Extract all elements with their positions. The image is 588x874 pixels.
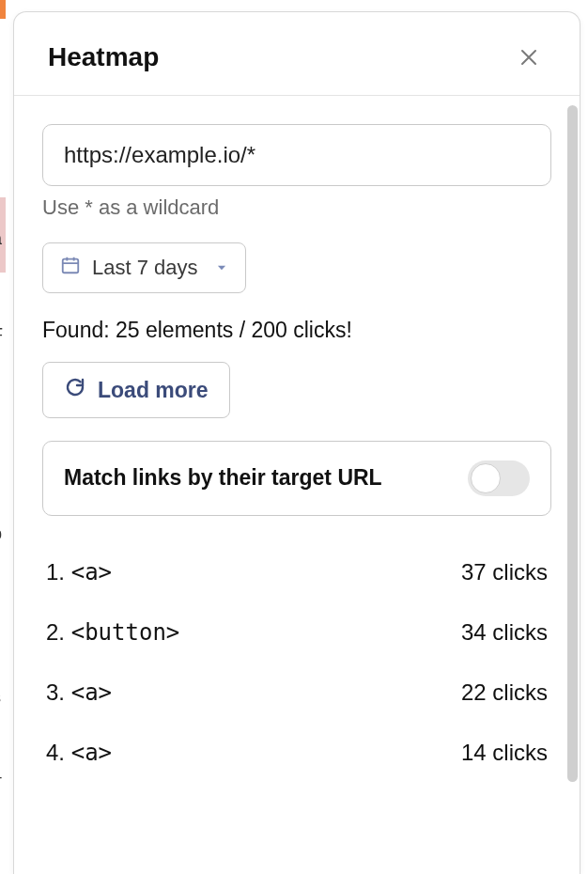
result-row[interactable]: 2. <button>34 clicks [42,602,551,663]
result-tag: <button> [71,619,180,646]
result-clicks: 37 clicks [461,559,548,585]
result-row[interactable]: 1. <a>37 clicks [42,542,551,602]
result-rank: 3. [46,679,71,705]
result-row[interactable]: 3. <a>22 clicks [42,663,551,723]
result-element: 4. <a> [46,740,112,766]
result-row[interactable]: 4. <a>14 clicks [42,723,551,783]
result-rank: 4. [46,740,71,765]
result-clicks: 34 clicks [461,619,548,646]
found-summary: Found: 25 elements / 200 clicks! [42,318,551,343]
close-icon [518,46,540,69]
result-element: 2. <button> [46,619,179,646]
heatmap-panel: Heatmap Use * as a wildcard Last 7 days … [13,11,580,874]
date-range-select[interactable]: Last 7 days [42,242,246,293]
url-helper-text: Use * as a wildcard [42,195,551,220]
result-element: 3. <a> [46,679,112,706]
match-links-toggle[interactable] [468,460,530,496]
date-range-label: Last 7 days [92,256,198,280]
result-tag: <a> [71,559,112,585]
results-list: 1. <a>37 clicks2. <button>34 clicks3. <a… [42,542,551,783]
match-links-label: Match links by their target URL [64,462,382,493]
match-links-toggle-card: Match links by their target URL [42,441,551,516]
load-more-button[interactable]: Load more [42,362,230,418]
result-rank: 2. [46,619,71,645]
chevron-down-icon [215,256,228,280]
toggle-knob [471,463,501,493]
result-tag: <a> [71,679,112,706]
panel-title: Heatmap [48,42,159,72]
panel-header: Heatmap [14,12,580,96]
load-more-label: Load more [98,378,209,403]
calendar-icon [60,255,81,281]
refresh-icon [64,376,86,404]
result-element: 1. <a> [46,559,112,585]
result-tag: <a> [71,740,112,766]
scrollbar[interactable] [567,105,578,782]
svg-rect-0 [63,259,79,273]
url-input[interactable] [42,124,551,186]
result-clicks: 14 clicks [461,740,548,766]
result-rank: 1. [46,559,71,585]
close-button[interactable] [512,40,546,74]
result-clicks: 22 clicks [461,679,548,706]
